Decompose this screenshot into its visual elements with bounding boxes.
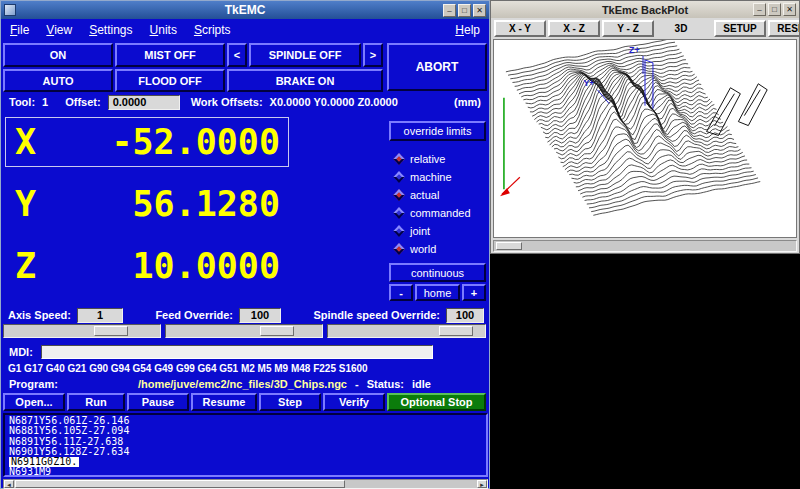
work-offsets-value: X0.0000 Y0.0000 Z0.0000 — [270, 96, 398, 108]
maximize-icon[interactable]: □ — [458, 4, 471, 17]
units-label: (mm) — [454, 96, 481, 108]
axis-z-letter: Z — [6, 246, 36, 286]
axis-x-value: -52.0000 — [36, 122, 288, 162]
menu-file[interactable]: File — [10, 23, 29, 37]
feed-override-slider[interactable] — [165, 324, 323, 338]
menu-settings[interactable]: Settings — [89, 23, 132, 37]
program-label: Program: — [9, 378, 58, 390]
resume-button[interactable]: Resume — [191, 393, 257, 411]
offset-label: Offset: — [65, 96, 100, 108]
radio-label: world — [410, 243, 436, 255]
backplot-hscrollbar[interactable] — [493, 240, 797, 252]
program-path: /home/juve/emc2/nc_files/3D_Chips.ngc — [138, 378, 347, 390]
radio-label: actual — [410, 189, 439, 201]
home-button[interactable]: home — [415, 284, 460, 301]
menu-scripts[interactable]: Scripts — [194, 23, 231, 37]
menu-view[interactable]: View — [46, 23, 72, 37]
optional-stop-button[interactable]: Optional Stop — [387, 393, 486, 411]
radio-world[interactable]: world — [395, 240, 487, 257]
abort-button[interactable]: ABORT — [387, 43, 487, 91]
override-limits-button[interactable]: override limits — [389, 121, 486, 141]
window-menu-icon[interactable] — [4, 4, 16, 16]
scroll-right-icon[interactable]: ► — [477, 480, 487, 488]
mdi-input[interactable] — [41, 345, 433, 359]
radio-indicator-icon — [393, 243, 404, 254]
machine-on-button[interactable]: ON — [3, 43, 113, 67]
scrollbar-handle[interactable] — [496, 242, 522, 250]
radio-label: joint — [410, 225, 430, 237]
radio-label: relative — [410, 153, 445, 165]
spindle-button[interactable]: SPINDLE OFF — [249, 43, 361, 67]
radio-joint[interactable]: joint — [395, 222, 487, 239]
pause-button[interactable]: Pause — [127, 393, 189, 411]
jog-plus-button[interactable]: + — [462, 284, 486, 301]
svg-text:Y+: Y+ — [583, 78, 594, 88]
radio-commanded[interactable]: commanded — [395, 204, 487, 221]
status-label: Status: — [367, 378, 404, 390]
feed-override-label: Feed Override: — [155, 309, 233, 321]
scroll-left-icon[interactable]: ◄ — [4, 480, 14, 488]
feed-override-slider-thumb[interactable] — [260, 326, 294, 336]
backplot-tabrow: X - Y X - Z Y - Z 3D SETUP RESET — [491, 18, 799, 38]
axis-speed-slider-thumb[interactable] — [94, 326, 128, 336]
tkemc-titlebar[interactable]: TkEMC – □ ✕ — [1, 1, 489, 19]
spindle-override-label: Spindle speed Override: — [313, 309, 440, 321]
tab-yz[interactable]: Y - Z — [602, 20, 654, 37]
active-gcodes-line: G1 G17 G40 G21 G90 G94 G54 G49 G99 G64 G… — [8, 363, 368, 374]
backplot-titlebar[interactable]: TkEmc BackPlot – □ ✕ — [491, 1, 799, 18]
spindle-override-slider-thumb[interactable] — [439, 326, 473, 336]
step-button[interactable]: Step — [259, 393, 321, 411]
axis-y-value: 56.1280 — [36, 184, 288, 224]
maximize-icon[interactable]: □ — [768, 3, 781, 16]
scrollbar-handle[interactable] — [15, 480, 345, 488]
status-separator: - — [355, 378, 359, 390]
tool-info-row: Tool: 1 Offset: 0.0000 Work Offsets: X0.… — [9, 94, 481, 110]
dro-axis-y[interactable]: Y 56.1280 — [6, 179, 288, 229]
program-listing[interactable]: N6871Y56.061Z-26.146 N6881Y56.105Z-27.09… — [3, 413, 488, 477]
run-button[interactable]: Run — [67, 393, 125, 411]
spindle-override-field[interactable]: 100 — [446, 308, 484, 323]
tab-xy[interactable]: X - Y — [494, 20, 546, 37]
reset-button[interactable]: RESET — [768, 20, 799, 37]
backplot-canvas[interactable]: Z+Y+ — [493, 39, 797, 238]
radio-indicator-icon — [393, 171, 404, 182]
menu-units[interactable]: Units — [150, 23, 177, 37]
jog-mode-dropdown[interactable]: continuous — [389, 263, 486, 282]
program-hscrollbar[interactable]: ◄ ► — [3, 479, 488, 489]
setup-button[interactable]: SETUP — [714, 20, 766, 37]
menubar: File View Settings Units Scripts Help — [1, 19, 489, 41]
jog-minus-button[interactable]: - — [389, 284, 413, 301]
minimize-icon[interactable]: – — [753, 3, 766, 16]
spindle-slower-button[interactable]: < — [227, 43, 247, 67]
minimize-icon[interactable]: – — [443, 4, 456, 17]
axis-speed-field[interactable]: 1 — [77, 308, 123, 323]
brake-button[interactable]: BRAKE ON — [227, 69, 383, 92]
tool-offset-field[interactable]: 0.0000 — [108, 95, 180, 110]
mode-auto-button[interactable]: AUTO — [3, 69, 113, 92]
radio-relative[interactable]: relative — [395, 150, 487, 167]
feed-override-field[interactable]: 100 — [239, 308, 281, 323]
radio-actual[interactable]: actual — [395, 186, 487, 203]
mist-button[interactable]: MIST OFF — [115, 43, 225, 67]
window-title: TkEMC — [1, 3, 489, 17]
status-value: idle — [412, 378, 431, 390]
menu-help[interactable]: Help — [455, 23, 480, 37]
close-icon[interactable]: ✕ — [473, 4, 486, 17]
tab-xz[interactable]: X - Z — [548, 20, 600, 37]
mdi-row: MDI: — [9, 344, 481, 360]
axis-speed-label: Axis Speed: — [8, 309, 71, 321]
open-button[interactable]: Open... — [3, 393, 65, 411]
radio-indicator-icon — [393, 225, 404, 236]
radio-indicator-icon — [393, 189, 404, 200]
axis-speed-slider[interactable] — [3, 324, 161, 338]
tool-value: 1 — [42, 96, 48, 108]
tab-3d[interactable]: 3D — [664, 20, 698, 37]
radio-machine[interactable]: machine — [395, 168, 487, 185]
spindle-override-slider[interactable] — [327, 324, 486, 338]
dro-axis-z[interactable]: Z 10.0000 — [6, 241, 288, 291]
dro-axis-x[interactable]: X -52.0000 — [5, 117, 289, 167]
close-icon[interactable]: ✕ — [783, 3, 796, 16]
verify-button[interactable]: Verify — [323, 393, 385, 411]
spindle-faster-button[interactable]: > — [363, 43, 383, 67]
flood-button[interactable]: FLOOD OFF — [115, 69, 225, 92]
